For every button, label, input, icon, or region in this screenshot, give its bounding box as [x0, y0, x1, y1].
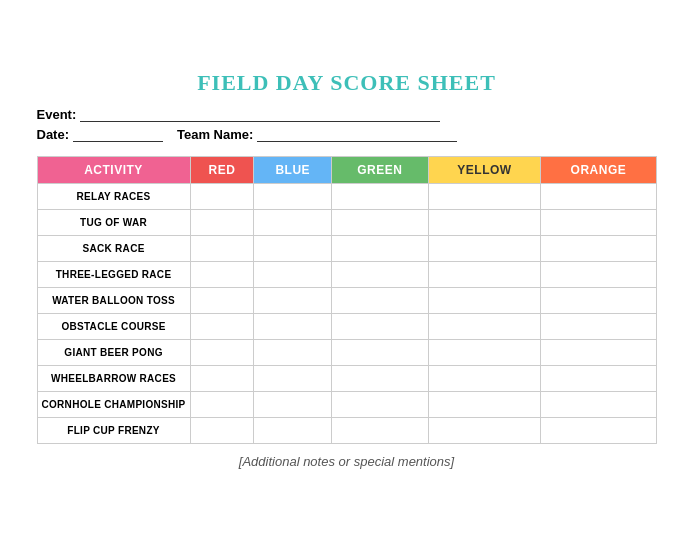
score-cell[interactable] — [190, 236, 254, 262]
score-cell[interactable] — [254, 210, 332, 236]
activity-cell: CORNHOLE CHAMPIONSHIP — [37, 392, 190, 418]
th-orange: ORANGE — [541, 157, 656, 184]
header-row: ACTIVITY RED BLUE GREEN YELLOW ORANGE — [37, 157, 656, 184]
th-activity: ACTIVITY — [37, 157, 190, 184]
th-blue: BLUE — [254, 157, 332, 184]
form-section: Event: Date: Team Name: — [37, 106, 657, 142]
footer-note: [Additional notes or special mentions] — [37, 454, 657, 469]
table-row: FLIP CUP FRENZY — [37, 418, 656, 444]
score-cell[interactable] — [254, 418, 332, 444]
score-cell[interactable] — [428, 314, 541, 340]
score-cell[interactable] — [541, 340, 656, 366]
table-row: OBSTACLE COURSE — [37, 314, 656, 340]
table-body: RELAY RACESTUG OF WARSACK RACETHREE-LEGG… — [37, 184, 656, 444]
score-cell[interactable] — [428, 340, 541, 366]
score-cell[interactable] — [254, 236, 332, 262]
activity-cell: THREE-LEGGED RACE — [37, 262, 190, 288]
table-row: CORNHOLE CHAMPIONSHIP — [37, 392, 656, 418]
th-green: GREEN — [332, 157, 428, 184]
score-cell[interactable] — [190, 418, 254, 444]
score-cell[interactable] — [541, 262, 656, 288]
score-cell[interactable] — [190, 314, 254, 340]
table-row: THREE-LEGGED RACE — [37, 262, 656, 288]
activity-cell: RELAY RACES — [37, 184, 190, 210]
score-cell[interactable] — [428, 210, 541, 236]
score-cell[interactable] — [541, 236, 656, 262]
score-cell[interactable] — [254, 288, 332, 314]
score-cell[interactable] — [428, 392, 541, 418]
score-cell[interactable] — [190, 392, 254, 418]
score-cell[interactable] — [332, 340, 428, 366]
score-table: ACTIVITY RED BLUE GREEN YELLOW ORANGE RE… — [37, 156, 657, 444]
score-cell[interactable] — [428, 236, 541, 262]
score-cell[interactable] — [541, 366, 656, 392]
table-row: GIANT BEER PONG — [37, 340, 656, 366]
score-cell[interactable] — [332, 366, 428, 392]
score-cell[interactable] — [332, 210, 428, 236]
score-cell[interactable] — [332, 314, 428, 340]
score-cell[interactable] — [541, 288, 656, 314]
activity-cell: WATER BALLOON TOSS — [37, 288, 190, 314]
score-cell[interactable] — [190, 340, 254, 366]
score-cell[interactable] — [254, 184, 332, 210]
score-cell[interactable] — [541, 210, 656, 236]
activity-cell: GIANT BEER PONG — [37, 340, 190, 366]
table-row: WHEELBARROW RACES — [37, 366, 656, 392]
team-name-label: Team Name: — [177, 127, 253, 142]
event-row: Event: — [37, 106, 657, 122]
date-input[interactable] — [73, 126, 163, 142]
score-cell[interactable] — [254, 366, 332, 392]
table-row: WATER BALLOON TOSS — [37, 288, 656, 314]
score-cell[interactable] — [190, 288, 254, 314]
score-cell[interactable] — [190, 210, 254, 236]
score-cell[interactable] — [332, 236, 428, 262]
score-cell[interactable] — [190, 366, 254, 392]
th-yellow: YELLOW — [428, 157, 541, 184]
activity-cell: TUG OF WAR — [37, 210, 190, 236]
activity-cell: WHEELBARROW RACES — [37, 366, 190, 392]
score-cell[interactable] — [254, 392, 332, 418]
score-cell[interactable] — [254, 314, 332, 340]
activity-cell: FLIP CUP FRENZY — [37, 418, 190, 444]
activity-cell: OBSTACLE COURSE — [37, 314, 190, 340]
score-cell[interactable] — [190, 184, 254, 210]
score-cell[interactable] — [428, 418, 541, 444]
score-cell[interactable] — [332, 288, 428, 314]
score-cell[interactable] — [332, 418, 428, 444]
event-label: Event: — [37, 107, 77, 122]
score-cell[interactable] — [254, 340, 332, 366]
score-cell[interactable] — [428, 288, 541, 314]
score-cell[interactable] — [428, 262, 541, 288]
score-cell[interactable] — [541, 314, 656, 340]
th-red: RED — [190, 157, 254, 184]
page: FIELD DAY SCORE SHEET Event: Date: Team … — [17, 52, 677, 483]
score-cell[interactable] — [428, 366, 541, 392]
date-row: Date: Team Name: — [37, 126, 657, 142]
score-cell[interactable] — [254, 262, 332, 288]
table-row: RELAY RACES — [37, 184, 656, 210]
score-cell[interactable] — [541, 418, 656, 444]
event-input[interactable] — [80, 106, 440, 122]
score-cell[interactable] — [332, 262, 428, 288]
score-cell[interactable] — [332, 392, 428, 418]
activity-cell: SACK RACE — [37, 236, 190, 262]
score-cell[interactable] — [428, 184, 541, 210]
team-name-input[interactable] — [257, 126, 457, 142]
score-cell[interactable] — [541, 392, 656, 418]
score-cell[interactable] — [541, 184, 656, 210]
table-row: TUG OF WAR — [37, 210, 656, 236]
score-cell[interactable] — [332, 184, 428, 210]
page-title: FIELD DAY SCORE SHEET — [37, 70, 657, 96]
date-label: Date: — [37, 127, 70, 142]
table-row: SACK RACE — [37, 236, 656, 262]
score-cell[interactable] — [190, 262, 254, 288]
